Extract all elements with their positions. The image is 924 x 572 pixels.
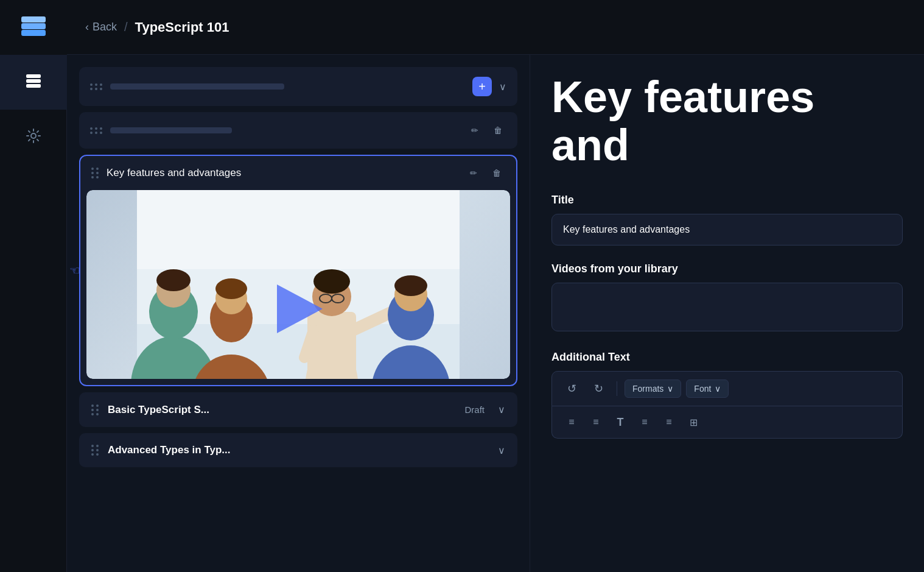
- font-label: Font: [694, 384, 711, 394]
- title-field-label: Title: [551, 194, 903, 207]
- outline-section-1[interactable]: + ∨: [79, 67, 517, 106]
- drag-hand-icon: ☜: [69, 263, 80, 278]
- video-thumbnail: [86, 190, 510, 379]
- section-1-header: + ∨: [79, 67, 517, 106]
- lesson-advanced-types[interactable]: Advanced Types in Typ... ∨: [79, 433, 517, 467]
- align-left-button[interactable]: ≡: [561, 411, 583, 433]
- align-list-button[interactable]: ≡: [585, 411, 607, 433]
- svg-rect-9: [137, 190, 460, 269]
- grid-view-button[interactable]: ⊞: [682, 411, 704, 433]
- drag-handle-lesson[interactable]: [91, 168, 99, 178]
- formats-dropdown[interactable]: Formats ∨: [625, 380, 681, 398]
- svg-rect-2: [21, 16, 46, 23]
- svg-point-32: [394, 275, 427, 296]
- edit-section-2-button[interactable]: ✏: [466, 122, 483, 139]
- back-button[interactable]: ‹ Back: [85, 21, 117, 34]
- outdent-button[interactable]: ≡: [658, 411, 680, 433]
- sidebar-item-settings[interactable]: [0, 110, 67, 164]
- lesson-key-features[interactable]: ☜ Key features and advantages ✏ 🗑: [79, 155, 517, 386]
- section-1-chevron[interactable]: ∨: [499, 81, 506, 93]
- app-logo-icon: [19, 12, 48, 43]
- lesson-key-features-header: Key features and advantages ✏ 🗑: [80, 156, 516, 190]
- svg-point-6: [31, 133, 36, 138]
- rich-text-toolbar: ↺ ↻ Formats ∨ Font ∨: [551, 371, 903, 406]
- lesson-key-features-title: Key features and advantages: [107, 167, 458, 179]
- right-properties-panel: Key features and Title Videos from your …: [530, 55, 924, 572]
- breadcrumb-separator: /: [124, 20, 128, 34]
- back-arrow-icon: ‹: [85, 21, 89, 34]
- course-outline-panel: + ∨ ✏ 🗑 ☜: [67, 55, 530, 572]
- svg-rect-4: [26, 79, 41, 83]
- edit-lesson-button[interactable]: ✏: [465, 164, 482, 182]
- page-title: TypeScript 101: [135, 19, 229, 35]
- undo-button[interactable]: ↺: [561, 378, 583, 400]
- formats-chevron-icon: ∨: [667, 384, 673, 394]
- videos-field-label: Videos from your library: [551, 263, 903, 275]
- svg-rect-19: [307, 312, 356, 379]
- drag-handle-basic-ts[interactable]: [91, 404, 99, 415]
- draft-badge: Draft: [460, 403, 489, 416]
- additional-text-field-group: Additional Text ↺ ↻ Formats ∨ Font ∨: [551, 351, 903, 439]
- layers-icon: [24, 72, 43, 93]
- title-field-group: Title: [551, 194, 903, 263]
- lesson-basic-ts-title: Basic TypeScript S...: [108, 404, 451, 416]
- indent-button[interactable]: ≡: [634, 411, 656, 433]
- header: ‹ Back / TypeScript 101: [67, 0, 924, 55]
- sidebar-item-layers[interactable]: [0, 55, 67, 110]
- gear-icon: [26, 128, 41, 146]
- delete-lesson-button[interactable]: 🗑: [488, 164, 505, 182]
- video-preview-container: [86, 190, 510, 379]
- section-2-actions: ✏ 🗑: [466, 122, 506, 139]
- svg-rect-5: [26, 74, 41, 78]
- back-label: Back: [93, 21, 117, 34]
- add-section-button[interactable]: +: [472, 77, 492, 96]
- preview-heading: Key features and: [551, 73, 903, 169]
- lesson-key-features-actions: ✏ 🗑: [465, 164, 505, 182]
- svg-rect-1: [21, 23, 46, 29]
- section-2-label-bar: [110, 127, 232, 133]
- text-style-button[interactable]: T: [609, 411, 631, 433]
- formats-label: Formats: [632, 384, 663, 394]
- svg-point-23: [313, 269, 350, 294]
- lesson-basic-typescript[interactable]: Basic TypeScript S... Draft ∨: [79, 392, 517, 427]
- additional-text-label: Additional Text: [551, 351, 903, 364]
- drag-handle-section-2[interactable]: [90, 127, 103, 134]
- font-dropdown[interactable]: Font ∨: [686, 380, 729, 398]
- delete-section-2-button[interactable]: 🗑: [489, 122, 506, 139]
- videos-field-group: Videos from your library: [551, 263, 903, 351]
- preview-heading-text: Key features and: [551, 72, 814, 169]
- drag-handle-advanced-types[interactable]: [91, 445, 99, 456]
- lesson-advanced-types-chevron[interactable]: ∨: [498, 445, 505, 456]
- svg-point-13: [156, 269, 191, 291]
- section-1-label-bar: [110, 83, 284, 90]
- lesson-advanced-types-title: Advanced Types in Typ...: [108, 444, 489, 456]
- title-input[interactable]: [551, 214, 903, 245]
- videos-textarea[interactable]: [551, 283, 903, 331]
- sidebar-logo-area: [0, 0, 67, 55]
- sidebar: [0, 0, 67, 572]
- rich-text-formatting-toolbar: ≡ ≡ T ≡ ≡ ⊞: [551, 406, 903, 439]
- lesson-basic-ts-chevron[interactable]: ∨: [498, 404, 505, 415]
- outline-section-2[interactable]: ✏ 🗑: [79, 112, 517, 149]
- svg-point-17: [215, 278, 247, 299]
- content-area: + ∨ ✏ 🗑 ☜: [67, 55, 924, 572]
- main-area: ‹ Back / TypeScript 101 + ∨: [67, 0, 924, 572]
- svg-rect-0: [21, 30, 46, 36]
- drag-handle-section-1[interactable]: [90, 83, 103, 90]
- redo-button[interactable]: ↻: [587, 378, 609, 400]
- svg-rect-3: [26, 84, 41, 88]
- font-chevron-icon: ∨: [715, 384, 721, 394]
